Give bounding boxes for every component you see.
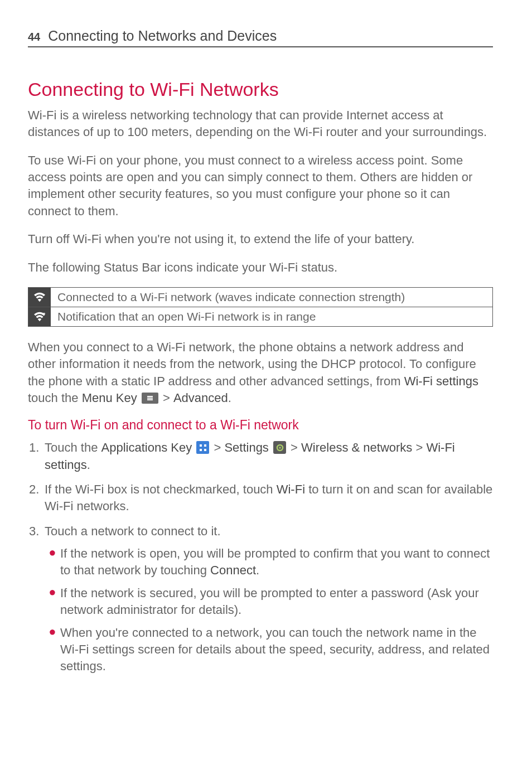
svg-rect-2 [147,398,153,399]
bold-menu-key: Menu Key [82,391,137,405]
bullet-marker: ● [45,624,60,675]
bullet-secured-network: ● If the network is secured, you will be… [45,585,493,619]
bold-applications-key: Applications Key [101,440,192,454]
bullet-body: If the network is open, you will be prom… [60,545,493,579]
text-segment: If the Wi-Fi box is not checkmarked, tou… [45,482,277,496]
bullet-marker: ● [45,585,60,619]
bold-settings: Settings [224,440,269,454]
svg-rect-5 [204,444,206,447]
text-segment: touch the [28,391,82,405]
text-segment: . [228,391,231,405]
bullet-body: If the network is secured, you will be p… [60,585,493,619]
svg-rect-4 [200,444,202,447]
step-body: If the Wi-Fi box is not checkmarked, tou… [45,481,493,515]
wifi-open-notification-icon: ? [28,307,51,326]
text-segment: Touch the [45,440,101,454]
bold-wireless-networks: Wireless & networks [301,440,412,454]
text-segment: If the network is secured, you will be p… [60,586,479,617]
page-header: 44 Connecting to Networks and Devices [28,28,493,47]
text-segment: > [210,440,224,454]
applications-key-icon [196,441,209,454]
text-segment: If the network is open, you will be prom… [60,546,490,577]
paragraph-access-points: To use Wi-Fi on your phone, you must con… [28,152,493,220]
paragraph-dhcp: When you connect to a Wi-Fi network, the… [28,339,493,406]
step-body: Touch the Applications Key > Settings > … [45,439,493,473]
settings-icon [273,441,286,454]
step-number: 2. [28,481,45,515]
svg-rect-7 [204,449,206,451]
subsection-title: To turn Wi-Fi on and connect to a Wi-Fi … [28,418,493,433]
table-row: ? Notification that an open Wi-Fi networ… [28,307,492,326]
text-segment: > [412,440,426,454]
svg-point-9 [279,447,281,449]
bold-advanced: Advanced [173,391,228,405]
step-1: 1. Touch the Applications Key > Settings… [28,439,493,473]
table-row: Connected to a Wi-Fi network (waves indi… [28,288,492,307]
paragraph-intro: Wi-Fi is a wireless networking technolog… [28,107,493,141]
text-segment: . [256,563,259,577]
wifi-connected-icon [28,288,51,307]
svg-rect-3 [147,399,153,400]
paragraph-status-icons: The following Status Bar icons indicate … [28,259,493,276]
section-title: Connecting to Wi-Fi Networks [28,79,493,100]
svg-rect-1 [147,396,153,397]
step-2: 2. If the Wi-Fi box is not checkmarked, … [28,481,493,515]
step-number: 1. [28,439,45,473]
bold-connect: Connect [210,563,256,577]
text-segment: Touch a network to connect to it. [45,524,221,538]
bullet-connected-details: ● When you're connected to a network, yo… [45,624,493,675]
svg-text:?: ? [43,312,45,317]
step-number: 3. [28,523,45,679]
wifi-connected-desc: Connected to a Wi-Fi network (waves indi… [51,290,405,304]
chapter-title: Connecting to Networks and Devices [48,28,277,44]
bullet-open-network: ● If the network is open, you will be pr… [45,545,493,579]
wifi-open-desc: Notification that an open Wi-Fi network … [51,310,316,323]
svg-rect-6 [200,449,202,451]
paragraph-battery: Turn off Wi-Fi when you're not using it,… [28,231,493,248]
step-body: Touch a network to connect to it. ● If t… [45,523,493,679]
text-segment: > [287,440,301,454]
text-segment: . [87,458,90,472]
bullet-body: When you're connected to a network, you … [60,624,493,675]
step-3: 3. Touch a network to connect to it. ● I… [28,523,493,679]
bold-wifi-settings: Wi-Fi settings [404,374,478,388]
text-segment: When you're connected to a network, you … [60,626,490,674]
menu-key-icon [142,393,158,404]
bullet-marker: ● [45,545,60,579]
status-icon-table: Connected to a Wi-Fi network (waves indi… [28,287,493,327]
page-number: 44 [28,31,40,43]
bold-wifi: Wi-Fi [277,482,305,496]
text-segment: > [159,391,173,405]
